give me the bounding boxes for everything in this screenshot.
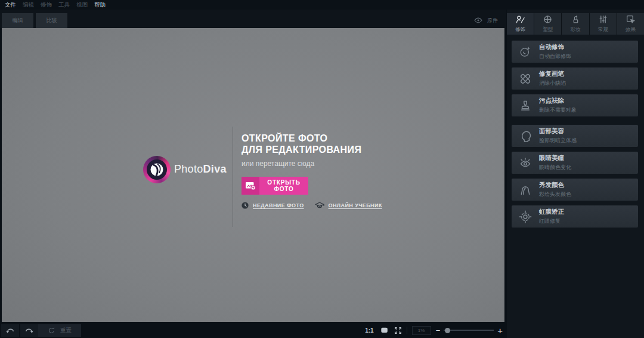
sidebar-tab-general[interactable]: 常规 <box>590 13 617 35</box>
online-tutorial-link[interactable]: ОНЛАЙН УЧЕБНИК <box>315 202 382 209</box>
sidebar-tab-effects[interactable]: 效果 <box>617 13 644 35</box>
actual-size-button[interactable]: 1:1 <box>365 327 373 334</box>
auto-retouch-icon <box>512 45 539 59</box>
zoom-out-button[interactable]: − <box>436 327 441 334</box>
effects-icon <box>626 14 636 24</box>
redo-icon <box>24 327 34 335</box>
open-photo-button[interactable]: ОТКРЫТЬ ФОТО <box>242 177 308 195</box>
menu-edit[interactable]: 编辑 <box>23 0 34 10</box>
clock-icon <box>242 202 249 209</box>
hair-color-icon <box>512 183 539 196</box>
menu-retouch[interactable]: 修饰 <box>41 0 52 10</box>
original-label: 原件 <box>487 17 498 24</box>
iris-correction-icon <box>512 210 539 223</box>
menu-bar: 文件 编辑 修饰 工具 视图 帮助 <box>0 0 644 10</box>
tool-spot-removal[interactable]: 污点祛除 删除不需要对象 <box>512 94 638 116</box>
drag-hint: или перетащите сюда <box>242 159 314 168</box>
sculpt-icon <box>543 14 553 24</box>
sidebar-tab-makeup[interactable]: 彩妆 <box>562 13 589 35</box>
tool-subtitle: 彩绘头发颜色 <box>539 190 571 198</box>
tool-auto-retouch[interactable]: 自动修饰 自动面部修饰 <box>512 41 638 63</box>
welcome-links: НЕДАВНИЕ ФОТО ОНЛАЙН УЧЕБНИК <box>242 202 382 209</box>
photodiva-logo-face-icon <box>147 159 167 180</box>
sidebar: 修饰 塑型 彩妆 <box>507 10 644 338</box>
tool-title: 污点祛除 <box>539 97 577 105</box>
recent-photos-link[interactable]: НЕДАВНИЕ ФОТО <box>242 202 304 209</box>
online-tutorial-label: ОНЛАЙН УЧЕБНИК <box>329 202 382 208</box>
tab-compare[interactable]: 比较 <box>36 13 67 28</box>
tool-subtitle: 消除小缺陷 <box>539 79 566 87</box>
graduation-cap-icon <box>315 202 324 209</box>
reset-button[interactable]: 重置 <box>38 324 81 337</box>
canvas-drop-zone[interactable]: PhotoDiva ОТКРОЙТЕ ФОТО ДЛЯ РЕДАКТИРОВАН… <box>2 28 504 322</box>
tool-subtitle: 红眼修复 <box>539 217 564 225</box>
undo-button[interactable] <box>1 324 19 337</box>
show-original-toggle[interactable]: 原件 <box>474 14 498 26</box>
tool-title: 自动修饰 <box>539 43 571 51</box>
photodiva-app: 文件 编辑 修饰 工具 视图 帮助 编辑 比较 原件 <box>0 0 644 338</box>
brand-diva: Diva <box>203 163 227 175</box>
sidebar-tab-bar: 修饰 塑型 彩妆 <box>507 13 644 35</box>
sidebar-tab-label: 彩妆 <box>571 26 581 33</box>
sidebar-tab-label: 常规 <box>598 26 608 33</box>
open-photo-label: ОТКРЫТЬ ФОТО <box>259 177 308 195</box>
eye-color-icon <box>512 156 539 170</box>
sidebar-tab-label: 塑型 <box>543 26 553 33</box>
face-sculpt-icon <box>512 130 539 143</box>
sidebar-tab-sculpt[interactable]: 塑型 <box>534 13 561 35</box>
sidebar-tab-label: 效果 <box>626 26 636 33</box>
tool-list: 自动修饰 自动面部修饰 修复画笔 消除小缺陷 <box>512 41 638 232</box>
zoom-slider-knob[interactable] <box>445 328 450 333</box>
redo-button[interactable] <box>20 324 38 337</box>
welcome-title-line2: ДЛЯ РЕДАКТИРОВАНИЯ <box>242 145 361 156</box>
healing-brush-icon <box>512 72 539 85</box>
makeup-icon <box>571 14 581 24</box>
tool-hair-color[interactable]: 秀发颜色 彩绘头发颜色 <box>512 179 638 201</box>
tool-subtitle: 眼睛颜色变化 <box>539 164 571 171</box>
undo-icon <box>5 327 15 335</box>
tool-subtitle: 脸部明暗立体感 <box>539 137 577 145</box>
zoom-slider[interactable] <box>444 326 494 334</box>
tool-face-sculpting[interactable]: 面部美容 脸部明暗立体感 <box>512 125 638 147</box>
welcome-title-line1: ОТКРОЙТЕ ФОТО <box>242 133 361 145</box>
brand-photo: Photo <box>174 163 203 175</box>
photodiva-logo <box>143 156 171 183</box>
retouch-icon <box>515 14 525 24</box>
reset-label: 重置 <box>60 327 72 334</box>
brand-wordmark: PhotoDiva <box>174 163 227 176</box>
zoom-slider-track <box>444 330 494 331</box>
welcome-title: ОТКРОЙТЕ ФОТО ДЛЯ РЕДАКТИРОВАНИЯ <box>242 133 361 155</box>
document-tab-bar: 编辑 比较 原件 <box>0 10 506 28</box>
menu-help[interactable]: 帮助 <box>94 0 106 10</box>
fit-image-icon[interactable] <box>380 326 389 334</box>
zoom-percentage-display: 1% <box>412 326 431 335</box>
tool-subtitle: 删除不需要对象 <box>539 106 577 114</box>
menu-file[interactable]: 文件 <box>5 0 16 10</box>
tool-title: 秀发颜色 <box>539 181 571 189</box>
fullscreen-icon[interactable] <box>394 327 402 334</box>
menu-view[interactable]: 视图 <box>76 0 88 10</box>
tool-healing-brush[interactable]: 修复画笔 消除小缺陷 <box>512 67 638 90</box>
zoom-separator <box>407 327 407 334</box>
tool-title: 面部美容 <box>539 127 577 136</box>
tool-title: 修复画笔 <box>539 70 566 78</box>
tool-iris-correction[interactable]: 虹膜矫正 红眼修复 <box>512 205 638 228</box>
general-sliders-icon <box>598 14 608 24</box>
sidebar-tab-label: 修饰 <box>515 26 525 33</box>
tool-subtitle: 自动面部修饰 <box>539 53 571 60</box>
menu-tools[interactable]: 工具 <box>58 0 70 10</box>
tool-title: 虹膜矫正 <box>539 208 564 216</box>
eye-icon <box>474 17 482 23</box>
spot-removal-icon <box>512 99 539 112</box>
status-bar: 重置 1:1 1% − + <box>0 322 506 338</box>
tool-eye-color[interactable]: 眼睛美瞳 眼睛颜色变化 <box>512 152 638 174</box>
tab-edit[interactable]: 编辑 <box>2 13 33 28</box>
welcome-divider <box>233 127 233 227</box>
image-add-icon <box>242 177 259 195</box>
recent-photos-label: НЕДАВНИЕ ФОТО <box>253 202 304 208</box>
zoom-controls: 1:1 1% − + <box>365 322 506 338</box>
tool-title: 眼睛美瞳 <box>539 154 571 162</box>
reset-icon <box>48 327 55 334</box>
sidebar-tab-retouch[interactable]: 修饰 <box>507 13 534 35</box>
zoom-in-button[interactable]: + <box>497 326 503 335</box>
